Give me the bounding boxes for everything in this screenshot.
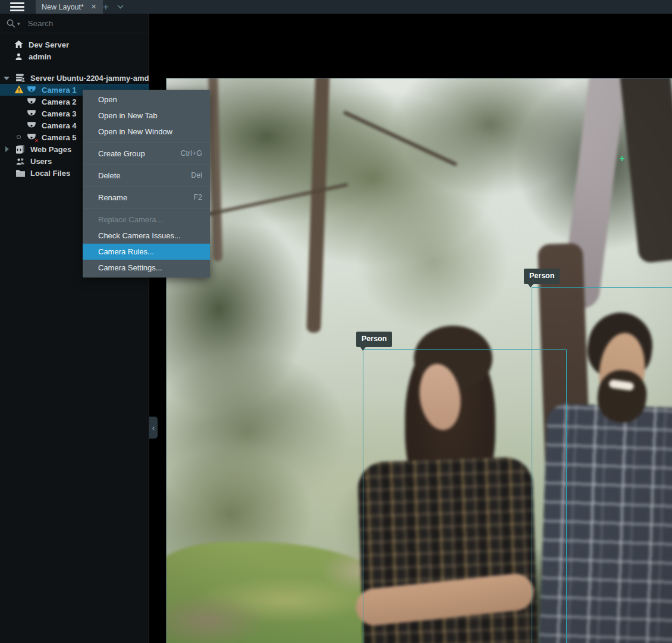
menu-item-open-in-new-window[interactable]: Open in New Window (83, 124, 210, 140)
menu-item-replace-camera: Replace Camera... (83, 212, 210, 228)
tree-item-label: Camera 3 (42, 109, 77, 118)
detection-label: Person (524, 269, 560, 284)
menu-item-open[interactable]: Open (83, 92, 210, 108)
tree-item-label: Web Pages (30, 145, 71, 154)
status-dot-icon (17, 135, 21, 139)
main-menu-icon[interactable] (10, 2, 24, 11)
tree-item-label: Users (30, 157, 52, 166)
tree-item-label: Camera 5 (42, 133, 77, 142)
camera-context-menu: Open Open in New Tab Open in New Window … (83, 90, 210, 278)
menu-separator (83, 209, 210, 209)
tree-item-user[interactable]: admin (0, 51, 149, 62)
tree-item-label: Dev Server (29, 40, 69, 49)
search-bar[interactable]: ▾ (0, 14, 149, 33)
users-icon (15, 156, 26, 166)
menu-item-rename[interactable]: Rename F2 (83, 190, 210, 206)
server-icon (15, 73, 26, 83)
menu-separator (83, 187, 210, 187)
camera-view-cell[interactable]: Person Person (166, 78, 672, 643)
tree-item-label: Camera 1 (42, 86, 77, 94)
menu-item-camera-rules[interactable]: Camera Rules... (83, 244, 210, 260)
video-artifact-marker (620, 156, 624, 161)
warning-icon (14, 85, 24, 96)
tab-list-chevron-down-icon[interactable] (113, 0, 127, 14)
detection-bounding-box (532, 287, 672, 643)
top-bar: New Layout* ✕ + (0, 0, 672, 14)
tab-label: New Layout* (42, 3, 84, 11)
tree-item-server[interactable]: Server Ubuntu-2204-jammy-amd6... (0, 72, 149, 84)
search-options-chevron-icon[interactable]: ▾ (17, 21, 20, 27)
shortcut-label: Ctrl+G (181, 146, 202, 162)
web-pages-icon (15, 144, 26, 155)
tree-item-label: Camera 2 (42, 97, 77, 106)
camera-icon (26, 84, 37, 95)
shortcut-label: F2 (193, 190, 202, 206)
camera-icon (26, 96, 37, 107)
user-icon (13, 51, 24, 62)
search-input[interactable] (28, 19, 135, 28)
panel-collapse-handle[interactable]: ‹ (149, 417, 158, 439)
layout-canvas: ‹ (149, 14, 672, 643)
shortcut-label: Del (191, 168, 202, 184)
tree-item-site[interactable]: Dev Server (0, 39, 149, 51)
tree-item-label: Server Ubuntu-2204-jammy-amd6... (30, 74, 159, 83)
menu-item-delete[interactable]: Delete Del (83, 168, 210, 184)
expand-expander-icon[interactable] (5, 146, 9, 152)
tree-item-label: Local Files (30, 169, 70, 178)
tree-item-label: Camera 4 (42, 121, 77, 130)
camera-icon (26, 120, 37, 131)
folder-icon (15, 168, 26, 178)
collapse-expander-icon[interactable] (4, 77, 10, 80)
add-tab-button[interactable]: + (99, 0, 112, 14)
tab-close-icon[interactable]: ✕ (90, 3, 98, 11)
tab-new-layout[interactable]: New Layout* ✕ (36, 0, 103, 14)
menu-separator (83, 143, 210, 143)
tree-item-label: admin (29, 52, 51, 61)
menu-item-open-in-new-tab[interactable]: Open in New Tab (83, 108, 210, 124)
menu-item-camera-settings[interactable]: Camera Settings... (83, 260, 210, 276)
menu-separator (83, 165, 210, 165)
app-window: New Layout* ✕ + ▾ Dev Server (0, 0, 672, 643)
camera-icon (26, 108, 37, 119)
menu-item-check-camera-issues[interactable]: Check Camera Issues... (83, 228, 210, 244)
menu-item-create-group[interactable]: Create Group Ctrl+G (83, 146, 210, 162)
home-icon (13, 39, 24, 50)
camera-offline-icon: ✕ (26, 132, 37, 143)
search-icon (6, 18, 16, 29)
detection-label: Person (356, 332, 392, 347)
